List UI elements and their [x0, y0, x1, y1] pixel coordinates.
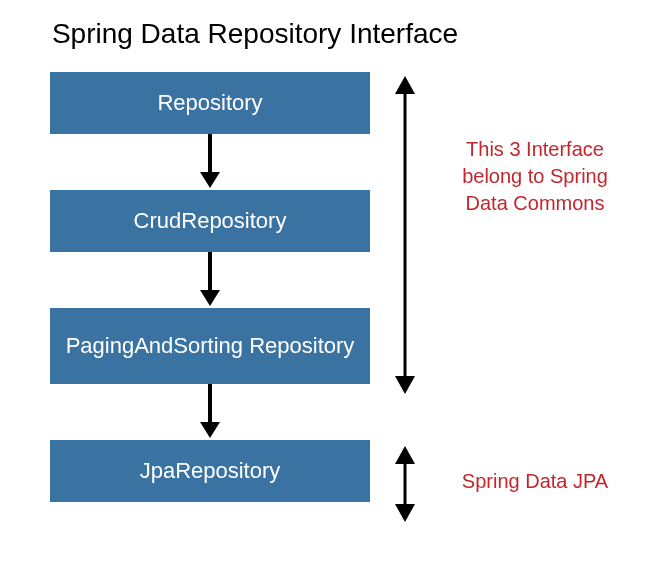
- arrow-down-icon: [50, 134, 370, 190]
- annotation-spring-data-jpa: Spring Data JPA: [440, 468, 630, 495]
- svg-marker-7: [395, 76, 415, 94]
- bracket-lower-icon: [390, 446, 420, 526]
- svg-marker-10: [395, 446, 415, 464]
- svg-marker-8: [395, 376, 415, 394]
- annotation-spring-data-commons: This 3 Interface belong to Spring Data C…: [440, 136, 630, 217]
- svg-marker-1: [200, 172, 220, 188]
- arrow-down-icon: [50, 252, 370, 308]
- box-repository: Repository: [50, 72, 370, 134]
- diagram-column: Repository CrudRepository PagingAndSorti…: [50, 72, 370, 502]
- svg-marker-3: [200, 290, 220, 306]
- svg-marker-11: [395, 504, 415, 522]
- box-paging-sorting-repository: PagingAndSorting Repository: [50, 308, 370, 384]
- box-crud-repository: CrudRepository: [50, 190, 370, 252]
- bracket-upper-icon: [390, 76, 420, 398]
- box-jpa-repository: JpaRepository: [50, 440, 370, 502]
- arrow-down-icon: [50, 384, 370, 440]
- page-title: Spring Data Repository Interface: [0, 0, 650, 50]
- svg-marker-5: [200, 422, 220, 438]
